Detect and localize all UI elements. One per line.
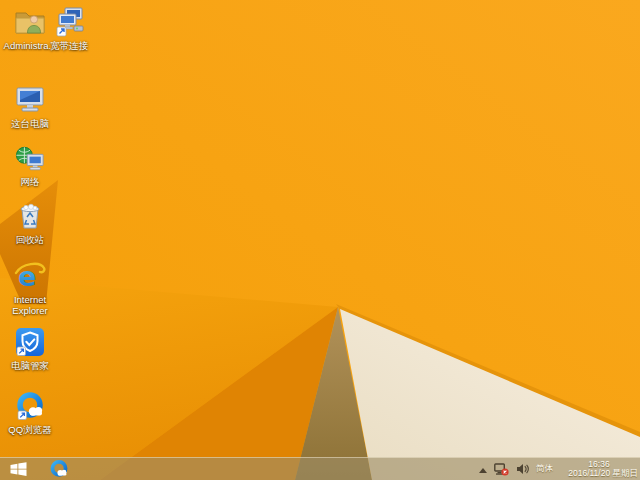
user-folder-icon [14,6,46,38]
network-icon [15,144,45,174]
desktop-icon-broadband[interactable]: 宽带连接 [44,6,94,52]
desktop-icon-label: 电脑管家 [11,361,49,372]
show-hidden-icons-arrow[interactable] [479,468,487,473]
desktop-icon-recycle-bin[interactable]: 回收站 [2,200,58,246]
desktop-icon-pc-manager[interactable]: 电脑管家 [2,326,58,372]
desktop-icon-this-pc[interactable]: 这台电脑 [2,84,58,130]
desktop-icon-internet-explorer[interactable]: e Internet Explorer [2,260,58,316]
wallpaper-image [0,0,640,480]
desktop-icon-network[interactable]: 网络 [2,144,58,188]
desktop-icon-label: 网络 [21,177,40,188]
recycle-bin-icon [14,200,46,232]
desktop-icon-qq-browser[interactable]: QQ浏览器 [2,390,58,436]
start-button[interactable] [0,458,36,480]
broadband-connection-icon [53,6,85,38]
qq-browser-icon [49,459,69,479]
speaker-icon[interactable] [516,463,529,475]
network-disconnected-icon[interactable] [494,463,509,476]
desktop-icon-label: 这台电脑 [11,119,49,130]
desktop: Administra... 宽带连接 这台电脑 [0,0,640,480]
taskbar: 简体 16:36 2016/11/20 星期日 [0,457,640,480]
desktop-icon-label: 宽带连接 [50,41,88,52]
desktop-icon-label: 回收站 [16,235,45,246]
system-tray: 简体 16:36 2016/11/20 星期日 [479,458,638,480]
taskbar-item-qq-browser[interactable] [44,458,74,480]
qq-browser-icon [14,390,46,422]
windows-start-icon [9,461,28,477]
internet-explorer-icon: e [14,260,46,292]
pc-manager-shield-icon [14,326,46,358]
tray-date: 2016/11/20 星期日 [560,469,638,479]
tray-clock[interactable]: 16:36 2016/11/20 星期日 [560,460,638,479]
desktop-icon-label: QQ浏览器 [8,425,51,436]
input-method-indicator[interactable]: 简体 [536,463,553,475]
this-pc-icon [14,84,46,116]
desktop-icon-label: Internet Explorer [2,295,58,316]
